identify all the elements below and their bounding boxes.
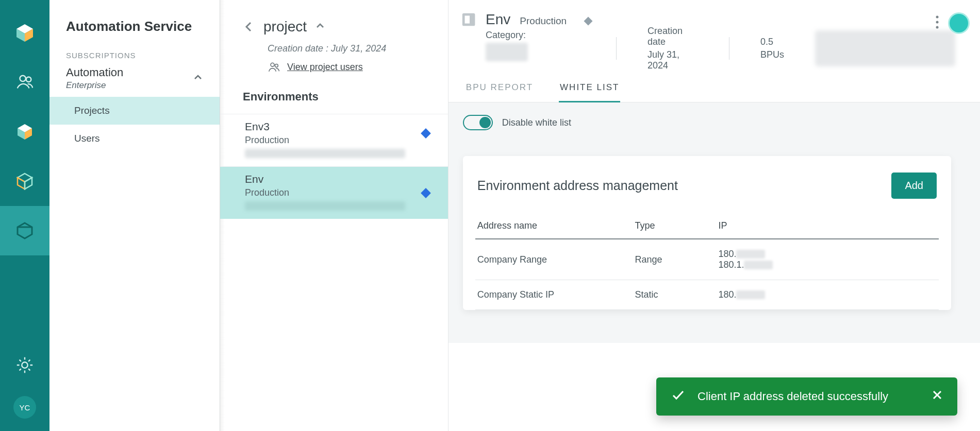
cell-ip: 180. 180.1. — [716, 239, 939, 280]
panel-title: Automation Service — [49, 0, 220, 47]
toast-message: Client IP address deleted successfully — [697, 390, 919, 403]
address-management-card: Environment address management Add Addre… — [463, 156, 951, 310]
cube-flat-icon — [14, 220, 35, 241]
section-subscriptions-label: SUBSCRIPTIONS — [49, 47, 220, 66]
project-creation-date: Creation date : July 31, 2024 — [220, 39, 448, 58]
users-icon — [15, 73, 35, 92]
category-label: Category: — [486, 30, 591, 41]
chevron-up-icon — [193, 72, 203, 84]
rail-item-users[interactable] — [0, 58, 49, 107]
environments-title: Environments — [220, 86, 448, 114]
add-button[interactable]: Add — [891, 173, 937, 199]
cell-type: Range — [633, 239, 717, 280]
diamond-icon — [584, 17, 593, 26]
subscription-group[interactable]: Automation Enterprise — [49, 66, 220, 91]
svg-point-4 — [26, 77, 31, 82]
card-title: Environment address management — [477, 178, 678, 193]
chevron-left-icon — [243, 21, 255, 33]
table-row[interactable]: Company Static IP Static 180. — [475, 280, 939, 310]
check-icon — [671, 388, 685, 405]
toast-close[interactable] — [932, 389, 943, 404]
cell-type: Static — [633, 280, 717, 310]
rail-item-active[interactable] — [0, 206, 49, 255]
bpu-value: 0.5 — [760, 37, 784, 47]
cube-outline-icon — [14, 171, 35, 192]
cell-name: Company Range — [475, 239, 633, 280]
svg-point-18 — [936, 16, 939, 19]
subscription-name: Automation — [66, 66, 123, 79]
sidebar-item-users[interactable]: Users — [49, 125, 220, 152]
address-table: Address name Type IP Company Range Range… — [475, 213, 939, 310]
env-type: Production — [245, 135, 423, 146]
content-icon — [461, 11, 476, 28]
environment-item[interactable]: Env3 Production — [220, 114, 448, 166]
svg-marker-10 — [25, 178, 32, 189]
svg-point-15 — [275, 64, 278, 67]
svg-point-3 — [20, 76, 26, 81]
success-toast: Client IP address deleted successfully — [656, 377, 957, 416]
creation-date-label: Creation date — [647, 26, 698, 47]
env-name: Env3 — [245, 120, 423, 133]
env-title: Env — [486, 11, 510, 28]
gear-icon — [15, 355, 35, 375]
back-button[interactable] — [243, 21, 255, 33]
subscription-tier: Enterprise — [66, 80, 123, 91]
table-row[interactable]: Company Range Range 180. 180.1. — [475, 239, 939, 280]
rail-item-cube1[interactable] — [0, 107, 49, 157]
toggle-label: Disable white list — [502, 117, 571, 128]
env-name: Env — [245, 173, 423, 185]
svg-point-19 — [936, 21, 939, 24]
redacted-line — [245, 201, 405, 211]
bpu-label: BPUs — [760, 49, 784, 60]
project-title: project — [263, 19, 307, 35]
disable-whitelist-toggle[interactable] — [463, 115, 493, 130]
main-panel: Env Production Category: Creation date J… — [449, 0, 980, 431]
user-avatar[interactable] — [948, 12, 970, 34]
rail-item-cube2[interactable] — [0, 157, 49, 206]
tab-bpu-report[interactable]: BPU REPORT — [465, 78, 534, 102]
redacted — [736, 250, 765, 258]
col-address-name: Address name — [475, 213, 633, 239]
environment-item-selected[interactable]: Env Production — [220, 166, 448, 219]
users-icon — [268, 61, 281, 73]
svg-point-13 — [22, 362, 27, 368]
rail-logo[interactable] — [0, 8, 49, 58]
cube-icon — [14, 122, 35, 142]
kebab-menu[interactable] — [936, 15, 939, 31]
redacted — [736, 290, 765, 299]
svg-rect-17 — [464, 15, 469, 23]
view-project-users-link[interactable]: View project users — [287, 62, 363, 73]
redacted-line — [245, 149, 405, 158]
col-ip: IP — [716, 213, 939, 239]
col-type: Type — [633, 213, 717, 239]
project-panel: project Creation date : July 31, 2024 Vi… — [220, 0, 449, 431]
svg-point-20 — [936, 26, 939, 29]
chevron-up-icon — [315, 21, 325, 31]
left-rail: YC — [0, 0, 49, 431]
svg-marker-9 — [18, 178, 25, 189]
svg-marker-8 — [18, 174, 32, 182]
redacted-block — [486, 43, 528, 61]
close-icon — [932, 389, 943, 401]
tabs: BPU REPORT WHITE LIST — [449, 71, 980, 102]
svg-marker-11 — [18, 223, 32, 238]
creation-date-value: July 31, 2024 — [647, 49, 698, 71]
project-collapse[interactable] — [315, 21, 325, 33]
redacted — [744, 261, 773, 269]
redacted-block — [815, 30, 955, 66]
cell-name: Company Static IP — [475, 280, 633, 310]
logo-cube-icon — [14, 23, 35, 43]
rail-settings[interactable] — [0, 340, 49, 390]
tab-white-list[interactable]: WHITE LIST — [559, 78, 620, 102]
env-type-inline: Production — [520, 15, 567, 27]
subscriptions-panel: Automation Service SUBSCRIPTIONS Automat… — [49, 0, 220, 431]
env-type: Production — [245, 187, 423, 198]
cell-ip: 180. — [716, 280, 939, 310]
svg-point-14 — [271, 63, 274, 66]
dots-vertical-icon — [936, 15, 939, 29]
toggle-knob — [479, 117, 491, 128]
rail-avatar[interactable]: YC — [13, 396, 36, 419]
sidebar-item-projects[interactable]: Projects — [49, 97, 220, 125]
